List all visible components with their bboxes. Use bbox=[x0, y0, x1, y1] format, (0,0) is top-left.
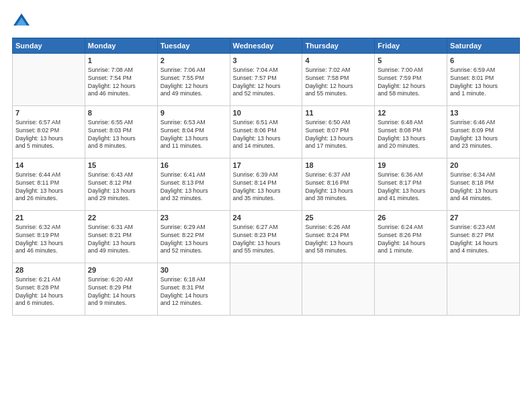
weekday-header: Sunday bbox=[13, 38, 85, 54]
day-number: 27 bbox=[450, 213, 517, 223]
day-number: 28 bbox=[15, 265, 82, 275]
day-number: 2 bbox=[161, 56, 227, 66]
calendar-day-cell bbox=[375, 263, 447, 316]
calendar-day-cell: 10Sunrise: 6:51 AM Sunset: 8:06 PM Dayli… bbox=[230, 106, 302, 158]
calendar-day-cell: 16Sunrise: 6:41 AM Sunset: 8:13 PM Dayli… bbox=[157, 158, 230, 211]
calendar-day-cell: 23Sunrise: 6:29 AM Sunset: 8:22 PM Dayli… bbox=[157, 211, 230, 263]
day-number: 29 bbox=[88, 265, 154, 275]
calendar-day-cell: 27Sunrise: 6:23 AM Sunset: 8:27 PM Dayli… bbox=[447, 211, 520, 263]
page-header bbox=[12, 12, 520, 31]
calendar-day-cell: 5Sunrise: 7:00 AM Sunset: 7:59 PM Daylig… bbox=[375, 54, 447, 106]
calendar-day-cell: 8Sunrise: 6:55 AM Sunset: 8:03 PM Daylig… bbox=[85, 106, 157, 158]
day-info: Sunrise: 6:26 AM Sunset: 8:24 PM Dayligh… bbox=[305, 224, 371, 256]
day-info: Sunrise: 6:55 AM Sunset: 8:03 PM Dayligh… bbox=[88, 119, 154, 151]
day-info: Sunrise: 6:24 AM Sunset: 8:26 PM Dayligh… bbox=[378, 224, 444, 256]
day-info: Sunrise: 6:37 AM Sunset: 8:16 PM Dayligh… bbox=[305, 171, 371, 203]
day-info: Sunrise: 6:48 AM Sunset: 8:08 PM Dayligh… bbox=[378, 119, 444, 151]
day-info: Sunrise: 7:04 AM Sunset: 7:57 PM Dayligh… bbox=[233, 66, 300, 99]
day-number: 21 bbox=[15, 213, 82, 223]
day-info: Sunrise: 6:46 AM Sunset: 8:09 PM Dayligh… bbox=[450, 119, 517, 151]
calendar-week-row: 1Sunrise: 7:08 AM Sunset: 7:54 PM Daylig… bbox=[13, 54, 520, 106]
day-info: Sunrise: 6:53 AM Sunset: 8:04 PM Dayligh… bbox=[161, 119, 227, 151]
day-info: Sunrise: 6:20 AM Sunset: 8:29 PM Dayligh… bbox=[88, 276, 154, 308]
calendar-day-cell: 7Sunrise: 6:57 AM Sunset: 8:02 PM Daylig… bbox=[13, 106, 85, 158]
day-number: 25 bbox=[305, 213, 371, 223]
calendar-day-cell bbox=[302, 263, 375, 316]
day-info: Sunrise: 6:51 AM Sunset: 8:06 PM Dayligh… bbox=[233, 119, 300, 151]
day-number: 22 bbox=[88, 213, 154, 223]
calendar-day-cell: 19Sunrise: 6:36 AM Sunset: 8:17 PM Dayli… bbox=[375, 158, 447, 211]
day-info: Sunrise: 7:02 AM Sunset: 7:58 PM Dayligh… bbox=[305, 66, 371, 99]
calendar-day-cell: 26Sunrise: 6:24 AM Sunset: 8:26 PM Dayli… bbox=[375, 211, 447, 263]
calendar-day-cell: 4Sunrise: 7:02 AM Sunset: 7:58 PM Daylig… bbox=[302, 54, 375, 106]
weekday-header: Monday bbox=[85, 38, 157, 54]
calendar-day-cell: 18Sunrise: 6:37 AM Sunset: 8:16 PM Dayli… bbox=[302, 158, 375, 211]
day-number: 6 bbox=[450, 56, 517, 66]
day-info: Sunrise: 6:32 AM Sunset: 8:19 PM Dayligh… bbox=[15, 224, 82, 256]
calendar-week-row: 14Sunrise: 6:44 AM Sunset: 8:11 PM Dayli… bbox=[13, 158, 520, 211]
day-number: 1 bbox=[88, 56, 154, 66]
calendar-day-cell: 9Sunrise: 6:53 AM Sunset: 8:04 PM Daylig… bbox=[157, 106, 230, 158]
calendar-day-cell: 1Sunrise: 7:08 AM Sunset: 7:54 PM Daylig… bbox=[85, 54, 157, 106]
day-number: 11 bbox=[305, 108, 371, 118]
calendar-week-row: 7Sunrise: 6:57 AM Sunset: 8:02 PM Daylig… bbox=[13, 106, 520, 158]
day-info: Sunrise: 6:43 AM Sunset: 8:12 PM Dayligh… bbox=[88, 171, 154, 203]
calendar-day-cell: 11Sunrise: 6:50 AM Sunset: 8:07 PM Dayli… bbox=[302, 106, 375, 158]
day-number: 4 bbox=[305, 56, 371, 66]
calendar-day-cell bbox=[230, 263, 302, 316]
weekday-header: Thursday bbox=[302, 38, 375, 54]
calendar-day-cell: 6Sunrise: 6:59 AM Sunset: 8:01 PM Daylig… bbox=[447, 54, 520, 106]
day-info: Sunrise: 7:08 AM Sunset: 7:54 PM Dayligh… bbox=[88, 66, 154, 99]
day-info: Sunrise: 6:34 AM Sunset: 8:18 PM Dayligh… bbox=[450, 171, 517, 203]
day-number: 14 bbox=[15, 161, 82, 171]
weekday-header: Tuesday bbox=[157, 38, 230, 54]
day-number: 13 bbox=[450, 108, 517, 118]
day-number: 10 bbox=[233, 108, 300, 118]
day-info: Sunrise: 6:36 AM Sunset: 8:17 PM Dayligh… bbox=[378, 171, 444, 203]
day-info: Sunrise: 6:18 AM Sunset: 8:31 PM Dayligh… bbox=[161, 276, 227, 308]
day-number: 30 bbox=[161, 265, 227, 275]
calendar-day-cell: 30Sunrise: 6:18 AM Sunset: 8:31 PM Dayli… bbox=[157, 263, 230, 316]
calendar-day-cell: 29Sunrise: 6:20 AM Sunset: 8:29 PM Dayli… bbox=[85, 263, 157, 316]
calendar-day-cell: 12Sunrise: 6:48 AM Sunset: 8:08 PM Dayli… bbox=[375, 106, 447, 158]
calendar: SundayMondayTuesdayWednesdayThursdayFrid… bbox=[12, 38, 520, 316]
day-number: 7 bbox=[15, 108, 82, 118]
calendar-week-row: 21Sunrise: 6:32 AM Sunset: 8:19 PM Dayli… bbox=[13, 211, 520, 263]
calendar-day-cell: 14Sunrise: 6:44 AM Sunset: 8:11 PM Dayli… bbox=[13, 158, 85, 211]
day-number: 3 bbox=[233, 56, 300, 66]
calendar-day-cell: 28Sunrise: 6:21 AM Sunset: 8:28 PM Dayli… bbox=[13, 263, 85, 316]
calendar-day-cell: 24Sunrise: 6:27 AM Sunset: 8:23 PM Dayli… bbox=[230, 211, 302, 263]
calendar-day-cell: 17Sunrise: 6:39 AM Sunset: 8:14 PM Dayli… bbox=[230, 158, 302, 211]
day-info: Sunrise: 6:29 AM Sunset: 8:22 PM Dayligh… bbox=[161, 224, 227, 256]
logo-icon bbox=[12, 12, 31, 31]
calendar-week-row: 28Sunrise: 6:21 AM Sunset: 8:28 PM Dayli… bbox=[13, 263, 520, 316]
day-info: Sunrise: 6:50 AM Sunset: 8:07 PM Dayligh… bbox=[305, 119, 371, 151]
calendar-day-cell: 3Sunrise: 7:04 AM Sunset: 7:57 PM Daylig… bbox=[230, 54, 302, 106]
day-number: 5 bbox=[378, 56, 444, 66]
day-info: Sunrise: 7:06 AM Sunset: 7:55 PM Dayligh… bbox=[161, 66, 227, 99]
day-number: 12 bbox=[378, 108, 444, 118]
day-info: Sunrise: 6:31 AM Sunset: 8:21 PM Dayligh… bbox=[88, 224, 154, 256]
day-info: Sunrise: 6:27 AM Sunset: 8:23 PM Dayligh… bbox=[233, 224, 300, 256]
day-number: 26 bbox=[378, 213, 444, 223]
day-number: 19 bbox=[378, 161, 444, 171]
day-number: 9 bbox=[161, 108, 227, 118]
calendar-day-cell: 20Sunrise: 6:34 AM Sunset: 8:18 PM Dayli… bbox=[447, 158, 520, 211]
logo bbox=[12, 12, 34, 31]
day-number: 18 bbox=[305, 161, 371, 171]
day-info: Sunrise: 6:59 AM Sunset: 8:01 PM Dayligh… bbox=[450, 66, 517, 99]
calendar-header-row: SundayMondayTuesdayWednesdayThursdayFrid… bbox=[13, 38, 520, 54]
weekday-header: Wednesday bbox=[230, 38, 302, 54]
day-info: Sunrise: 6:23 AM Sunset: 8:27 PM Dayligh… bbox=[450, 224, 517, 256]
calendar-day-cell: 2Sunrise: 7:06 AM Sunset: 7:55 PM Daylig… bbox=[157, 54, 230, 106]
day-info: Sunrise: 6:41 AM Sunset: 8:13 PM Dayligh… bbox=[161, 171, 227, 203]
day-number: 8 bbox=[88, 108, 154, 118]
calendar-day-cell: 13Sunrise: 6:46 AM Sunset: 8:09 PM Dayli… bbox=[447, 106, 520, 158]
calendar-day-cell: 22Sunrise: 6:31 AM Sunset: 8:21 PM Dayli… bbox=[85, 211, 157, 263]
day-info: Sunrise: 6:21 AM Sunset: 8:28 PM Dayligh… bbox=[15, 276, 82, 308]
day-number: 15 bbox=[88, 161, 154, 171]
day-number: 24 bbox=[233, 213, 300, 223]
day-info: Sunrise: 7:00 AM Sunset: 7:59 PM Dayligh… bbox=[378, 66, 444, 99]
calendar-day-cell bbox=[13, 54, 85, 106]
day-number: 17 bbox=[233, 161, 300, 171]
